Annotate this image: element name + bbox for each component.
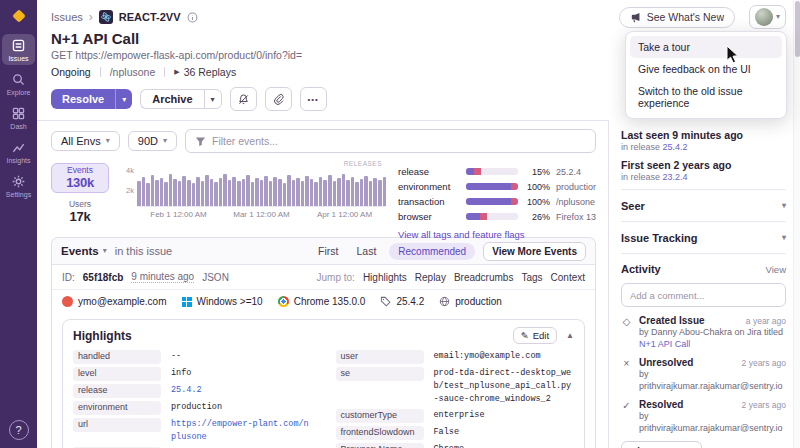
breadcrumb-issues-link[interactable]: Issues [51, 11, 83, 23]
archive-button[interactable]: Archive [140, 89, 203, 109]
search-input[interactable] [212, 135, 586, 147]
json-link[interactable]: JSON [202, 272, 229, 283]
sidebar-item-insights[interactable]: Insights [2, 136, 35, 167]
jump-link-highlights[interactable]: Highlights [363, 272, 407, 283]
menu-item-take-a-tour[interactable]: Take a tour [630, 36, 782, 58]
whats-new-button[interactable]: See What's New [619, 7, 735, 28]
seer-section-toggle[interactable]: Seer ▾ [621, 196, 786, 215]
jump-link-breadcrumbs[interactable]: Breadcrumbs [454, 272, 513, 283]
chevron-down-icon: ▾ [106, 137, 110, 145]
first-seen-release-link[interactable]: 23.2.4 [663, 172, 688, 182]
os-chip[interactable]: Windows >=10 [182, 296, 263, 307]
highlight-key: level [73, 367, 161, 381]
chart-bar [333, 181, 337, 206]
last-event-button[interactable]: Last [351, 243, 381, 259]
release-chip[interactable]: 25.4.2 [380, 296, 424, 307]
first-seen-title: First seen 2 years ago [621, 159, 786, 171]
issue-tracking-title: Issue Tracking [621, 232, 697, 244]
resolve-dropdown-button[interactable]: ▾ [115, 89, 132, 109]
jump-link-replay[interactable]: Replay [415, 272, 446, 283]
user-chip[interactable]: ymo@example.com [62, 296, 167, 307]
browser-chip[interactable]: Chrome 135.0.0 [278, 296, 366, 307]
tag-name: browser [398, 211, 460, 222]
highlight-value: -- [171, 350, 312, 363]
replays-label: 36 Replays [184, 66, 237, 78]
user-menu-button[interactable]: ▾ [749, 5, 786, 29]
tag-row-transaction[interactable]: transaction 100% /nplusone [398, 195, 596, 208]
tag-name: environment [398, 181, 460, 192]
recommended-button[interactable]: Recommended [389, 243, 475, 260]
archive-split-button: Archive ▾ [140, 89, 221, 109]
replays-link[interactable]: ▶ 36 Replays [174, 66, 236, 78]
highlight-value: prod-tda-direct--desktop_web/test_npluso… [434, 367, 575, 406]
edit-highlights-button[interactable]: ✎ Edit [513, 327, 557, 344]
users-stat[interactable]: Users 17k [51, 197, 109, 227]
scrollbar-thumb[interactable] [795, 1, 800, 57]
sentry-logo-icon[interactable] [10, 7, 28, 25]
issue-tracking-section-toggle[interactable]: Issue Tracking ▾ [621, 228, 786, 247]
attachments-button[interactable] [265, 87, 292, 111]
sidebar-item-explore[interactable]: Explore [2, 68, 35, 99]
release-chip-label: 25.4.2 [396, 296, 424, 307]
tag-row-release[interactable]: release 15% 25.2.4 [398, 165, 596, 178]
page-scrollbar[interactable] [793, 0, 800, 448]
highlight-key: frontendSlowdown [336, 426, 424, 440]
highlight-value-link[interactable]: 25.4.2 [171, 384, 312, 397]
sidebar-item-label: Issues [8, 55, 28, 62]
environment-filter[interactable]: All Envs ▾ [51, 131, 120, 151]
menu-item-switch-old-experience[interactable]: Switch to the old issue experience [630, 80, 782, 114]
archive-dropdown-button[interactable]: ▾ [204, 89, 222, 109]
event-timestamp[interactable]: 9 minutes ago [131, 271, 194, 283]
activity-item-resolved: ✓ Resolved 2 years ago by prithvirajkuma… [621, 399, 786, 434]
event-toolbar: ID: 65f18fcb 9 minutes ago JSON Jump to:… [52, 265, 595, 290]
highlight-key: Browser: Name [336, 443, 424, 448]
view-more-events-button[interactable]: View More Events [483, 242, 586, 261]
environment-chip[interactable]: production [439, 296, 502, 307]
date-range-filter[interactable]: 90D ▾ [128, 131, 177, 151]
help-button[interactable]: ? [9, 420, 29, 440]
user-avatar-icon [62, 296, 73, 307]
chart-bar [201, 181, 205, 206]
chart-section: Events 130k Users 17k RELEASES 4k 2k [51, 163, 596, 229]
jump-link-context[interactable]: Context [551, 272, 585, 283]
comment-input[interactable] [621, 283, 786, 307]
chart-bar [146, 183, 150, 206]
event-id[interactable]: 65f18fcb [83, 272, 124, 283]
sidebar-item-dash[interactable]: Dash [2, 102, 35, 133]
chart-bar [264, 176, 268, 206]
view-more-activity-button[interactable]: View 10 more [621, 441, 702, 448]
sidebar-item-settings[interactable]: Settings [2, 170, 35, 201]
info-icon[interactable] [187, 12, 198, 23]
tag-row-browser[interactable]: browser 26% Firefox 135.0 [398, 210, 596, 223]
event-tag-chips: ymo@example.com Windows >=10 Chrome 135.… [52, 290, 595, 312]
mute-button[interactable] [230, 87, 257, 111]
highlight-value-link[interactable]: https://empower-plant.com/nplusone [171, 418, 312, 444]
first-event-button[interactable]: First [313, 243, 343, 259]
event-search-box[interactable] [185, 129, 596, 153]
view-all-tags-link[interactable]: View all tags and feature flags [398, 229, 525, 240]
events-stat[interactable]: Events 130k [51, 163, 109, 193]
chart-bar [155, 180, 159, 206]
date-range-label: 90D [138, 135, 158, 147]
issue-status: Ongoing [51, 66, 91, 78]
chart-bar [137, 181, 141, 206]
last-seen-release-link[interactable]: 25.4.2 [663, 142, 688, 152]
events-title: Events [61, 245, 99, 257]
jump-link-tags[interactable]: Tags [521, 272, 542, 283]
more-actions-button[interactable]: ••• [300, 87, 327, 111]
activity-view-link[interactable]: View [766, 264, 786, 275]
releases-toggle[interactable]: RELEASES [344, 160, 382, 167]
tag-row-environment[interactable]: environment 100% production [398, 180, 596, 193]
collapse-section-icon[interactable]: ▲ [566, 331, 574, 340]
chart-bar [360, 179, 364, 206]
resolve-button[interactable]: Resolve [51, 89, 115, 109]
menu-item-give-feedback[interactable]: Give feedback on the UI [630, 58, 782, 80]
events-dropdown[interactable]: Events ▾ [61, 245, 107, 257]
x-tick: Mar 1 12:00 AM [220, 210, 303, 219]
highlight-value: email:ymo@example.com [434, 350, 575, 363]
sidebar-item-issues[interactable]: Issues [2, 34, 35, 65]
chart-bar [219, 178, 223, 206]
activity-item-time: a year ago [746, 316, 786, 326]
activity-issue-link[interactable]: N+1 API Call [639, 339, 690, 349]
activity-header: Activity View [621, 260, 786, 278]
